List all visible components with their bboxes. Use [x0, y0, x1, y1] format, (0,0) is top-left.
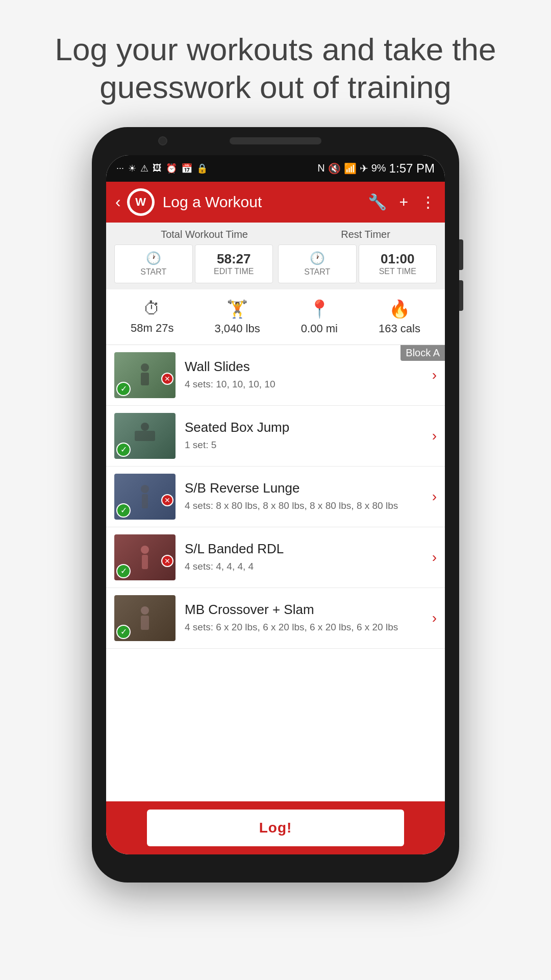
x-badge: ✕ [161, 555, 173, 567]
exercise-sets: 4 sets: 4, 4, 4, 4 [185, 560, 428, 574]
add-button[interactable]: + [399, 193, 408, 211]
phone-shell: ··· ☀ ⚠ 🖼 ⏰ 📅 🔒 N 🔇 📶 ✈ 9% 1:57 PM ‹ W [92, 127, 459, 883]
stats-controls: 🕐 START 58:27 EDIT TIME 🕐 START 0 [114, 244, 437, 283]
exercise-info: Wall Slides 4 sets: 10, 10, 10, 10 [185, 359, 428, 391]
phone-speaker [230, 137, 321, 144]
metric-weight: 🏋 3,040 lbs [214, 299, 260, 335]
bottom-bar: Log! [106, 801, 445, 854]
weight-icon: 🏋 [227, 299, 248, 319]
notification-dots: ··· [116, 163, 124, 174]
metric-calories: 🔥 163 cals [379, 299, 420, 335]
toolbar-actions: 🔧 + ⋮ [368, 193, 436, 211]
more-menu-button[interactable]: ⋮ [420, 193, 436, 211]
x-badge: ✕ [161, 373, 173, 385]
edit-time-button[interactable]: 58:27 EDIT TIME [195, 244, 273, 283]
exercise-item[interactable]: ✓ MB Crossover + Slam 4 sets: 6 x 20 lbs… [106, 588, 445, 649]
svg-point-0 [141, 363, 149, 372]
svg-rect-2 [135, 431, 155, 441]
svg-point-4 [141, 485, 149, 493]
exercise-sets: 4 sets: 6 x 20 lbs, 6 x 20 lbs, 6 x 20 l… [185, 621, 428, 634]
tagline: Log your workouts and take the guesswork… [0, 0, 551, 127]
exercise-info: MB Crossover + Slam 4 sets: 6 x 20 lbs, … [185, 602, 428, 634]
total-time-group: 🕐 START 58:27 EDIT TIME [114, 244, 273, 283]
wrench-icon[interactable]: 🔧 [368, 193, 387, 211]
completed-badge: ✓ [116, 503, 131, 518]
back-button[interactable]: ‹ [115, 192, 121, 211]
completed-badge: ✓ [116, 564, 131, 578]
total-workout-label: Total Workout Time [161, 229, 248, 240]
page-title: Log a Workout [163, 193, 368, 211]
edit-time-label: EDIT TIME [214, 267, 254, 276]
exercise-thumbnail: ✓ ✕ [114, 352, 176, 398]
exercise-name: S/L Banded RDL [185, 541, 428, 557]
lock-icon: 🔒 [196, 163, 208, 174]
chevron-right-icon: › [432, 549, 437, 566]
metric-distance: 📍 0.00 mi [301, 299, 338, 335]
signal-icon: 📶 [344, 162, 357, 175]
exercise-info: Seated Box Jump 1 set: 5 [185, 420, 428, 452]
metric-time: ⏱ 58m 27s [131, 299, 173, 335]
wifi-icon: ☀ [128, 163, 136, 174]
exercise-item[interactable]: ✓ Seated Box Jump 1 set: 5 › [106, 406, 445, 467]
status-bar: ··· ☀ ⚠ 🖼 ⏰ 📅 🔒 N 🔇 📶 ✈ 9% 1:57 PM [106, 155, 445, 182]
stats-section: Total Workout Time Rest Timer 🕐 START 58… [106, 223, 445, 289]
clock-icon: ⏰ [166, 163, 177, 174]
metrics-row: ⏱ 58m 27s 🏋 3,040 lbs 📍 0.00 mi 🔥 163 ca… [106, 289, 445, 345]
metric-time-value: 58m 27s [131, 322, 173, 335]
exercise-list: Block A ✓ ✕ Wall Slides 4 sets: 10, 10, … [106, 345, 445, 801]
app-logo: W [127, 188, 155, 216]
volume-up-button[interactable] [459, 239, 463, 270]
completed-badge: ✓ [116, 625, 131, 639]
total-start-button[interactable]: 🕐 START [114, 244, 193, 283]
set-time-button[interactable]: 01:00 SET TIME [359, 244, 437, 283]
chevron-right-icon: › [432, 610, 437, 626]
exercise-item[interactable]: ✓ ✕ S/B Reverse Lunge 4 sets: 8 x 80 lbs… [106, 467, 445, 527]
rest-time-display: 01:00 [381, 251, 415, 267]
rest-timer-label: Rest Timer [341, 229, 390, 240]
rest-start-button[interactable]: 🕐 START [278, 244, 357, 283]
svg-point-3 [141, 423, 149, 431]
nfc-icon: N [317, 162, 324, 174]
metric-calories-value: 163 cals [379, 322, 420, 335]
exercise-name: MB Crossover + Slam [185, 602, 428, 618]
x-badge: ✕ [161, 494, 173, 506]
location-icon: 📍 [309, 299, 330, 319]
stopwatch-icon: ⏱ [143, 299, 161, 318]
svg-rect-9 [141, 616, 149, 630]
exercise-name: S/B Reverse Lunge [185, 480, 428, 496]
rest-timer-group: 🕐 START 01:00 SET TIME [278, 244, 437, 283]
rest-start-label: START [304, 267, 330, 277]
exercise-info: S/B Reverse Lunge 4 sets: 8 x 80 lbs, 8 … [185, 480, 428, 513]
image-icon: 🖼 [153, 163, 162, 174]
status-left: ··· ☀ ⚠ 🖼 ⏰ 📅 🔒 [116, 163, 208, 174]
exercise-sets: 1 set: 5 [185, 438, 428, 452]
start-label: START [140, 267, 166, 277]
status-right: N 🔇 📶 ✈ 9% 1:57 PM [317, 161, 435, 176]
exercise-sets: 4 sets: 10, 10, 10, 10 [185, 378, 428, 391]
svg-rect-5 [142, 494, 148, 508]
mute-icon: 🔇 [328, 162, 341, 175]
exercise-item[interactable]: ✓ ✕ S/L Banded RDL 4 sets: 4, 4, 4, 4 › [106, 527, 445, 588]
svg-point-6 [141, 546, 149, 554]
exercise-info: S/L Banded RDL 4 sets: 4, 4, 4, 4 [185, 541, 428, 574]
metric-weight-value: 3,040 lbs [214, 322, 260, 335]
exercise-thumbnail: ✓ ✕ [114, 534, 176, 580]
chevron-right-icon: › [432, 367, 437, 383]
log-button[interactable]: Log! [147, 810, 404, 846]
clock-icon: 🕐 [146, 251, 161, 265]
metric-distance-value: 0.00 mi [301, 322, 338, 335]
svg-rect-7 [142, 555, 148, 569]
chevron-right-icon: › [432, 488, 437, 505]
exercise-thumbnail: ✓ ✕ [114, 474, 176, 520]
rest-clock-icon: 🕐 [310, 251, 325, 265]
status-time: 1:57 PM [389, 161, 435, 176]
completed-badge: ✓ [116, 443, 131, 457]
time-display: 58:27 [217, 251, 251, 267]
chevron-right-icon: › [432, 428, 437, 444]
airplane-icon: ✈ [360, 162, 368, 175]
volume-down-button[interactable] [459, 280, 463, 311]
stats-labels: Total Workout Time Rest Timer [114, 229, 437, 240]
fire-icon: 🔥 [389, 299, 410, 319]
exercise-item[interactable]: ✓ ✕ Wall Slides 4 sets: 10, 10, 10, 10 › [106, 345, 445, 406]
phone-top [92, 127, 459, 155]
